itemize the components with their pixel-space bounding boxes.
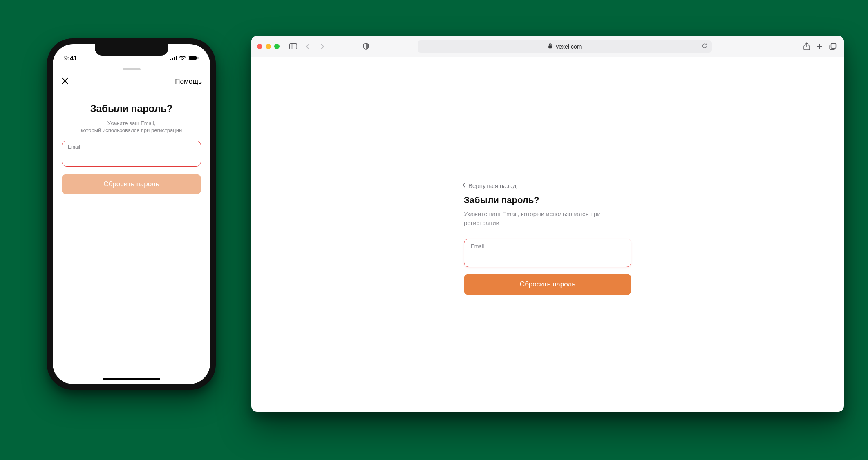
home-indicator[interactable] [103,378,160,380]
email-field-container[interactable]: Email [62,141,201,167]
close-icon[interactable] [61,77,69,87]
page-subtitle: Укажите ваш Email, который использовался… [464,210,631,228]
svg-rect-0 [170,59,171,60]
tabs-overview-icon[interactable] [828,41,838,52]
back-link[interactable]: Вернуться назад [462,182,631,189]
svg-rect-7 [289,44,297,49]
browser-window: vexel.com Вернуться назад [251,36,844,412]
nav-forward-icon[interactable] [317,41,328,52]
phone-device-frame: 9:41 Помощь Забыли пароль? Ука [47,38,216,390]
page-subtitle-line1: Укажите ваш Email, [62,120,201,126]
nav-back-icon[interactable] [302,41,313,52]
wifi-icon [179,55,186,62]
share-icon[interactable] [801,41,812,52]
battery-icon [188,55,199,62]
address-host: vexel.com [556,43,582,50]
help-link[interactable]: Помощь [175,78,202,86]
cellular-signal-icon [170,55,177,62]
window-zoom-button[interactable] [274,44,280,49]
reset-password-button[interactable]: Сбросить пароль [464,274,631,295]
email-label: Email [68,144,195,150]
email-input[interactable] [68,151,195,158]
svg-rect-9 [549,45,553,48]
new-tab-icon[interactable] [814,41,825,52]
svg-rect-2 [174,57,175,60]
email-label: Email [471,243,624,249]
window-minimize-button[interactable] [266,44,271,49]
sheet-grabber[interactable] [53,65,210,73]
svg-rect-3 [176,56,177,60]
svg-rect-6 [198,57,199,59]
chevron-left-icon [462,182,466,189]
svg-rect-10 [831,43,836,48]
browser-viewport: Вернуться назад Забыли пароль? Укажите в… [251,57,844,412]
page-title: Забыли пароль? [62,103,201,114]
status-time: 9:41 [64,55,77,62]
address-bar[interactable]: vexel.com [418,40,712,53]
reset-password-button[interactable]: Сбросить пароль [62,174,201,194]
sidebar-toggle-icon[interactable] [288,41,298,52]
lock-icon [548,43,553,50]
page-title: Забыли пароль? [464,195,631,205]
window-traffic-lights [257,44,280,49]
phone-notch [95,44,168,56]
window-close-button[interactable] [257,44,262,49]
svg-rect-5 [189,56,197,60]
privacy-shield-icon[interactable] [360,41,371,52]
reload-icon[interactable] [702,43,708,50]
phone-screen: 9:41 Помощь Забыли пароль? Ука [53,44,210,384]
email-input[interactable] [471,250,624,258]
svg-rect-1 [172,58,173,61]
email-field-container[interactable]: Email [464,239,631,267]
back-link-label: Вернуться назад [468,182,516,189]
page-subtitle-line2: который использовался при регистрации [62,127,201,133]
browser-toolbar: vexel.com [251,36,844,57]
